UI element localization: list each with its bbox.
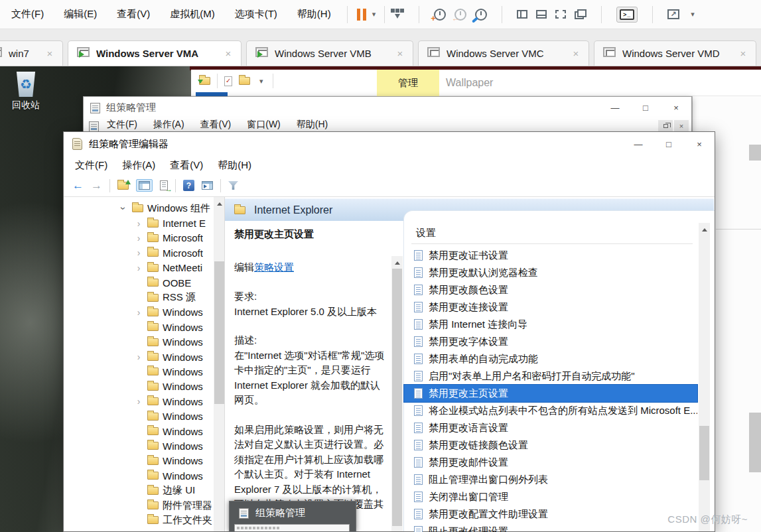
vm-tab[interactable]: Windows Server VMC × — [418, 40, 589, 66]
settings-item[interactable]: 将企业模式站点列表中不包含的所有站点发送到 Microsoft E... — [404, 402, 697, 419]
quick-access-caret[interactable]: ▾ — [257, 77, 266, 86]
tree-item[interactable]: 附件管理器 — [64, 498, 213, 513]
action-pane-icon[interactable] — [202, 181, 213, 190]
close-button[interactable]: × — [684, 132, 715, 156]
expander-icon[interactable] — [134, 219, 143, 228]
send-ctrl-alt-del-icon[interactable] — [391, 9, 404, 20]
filter-icon[interactable] — [228, 181, 238, 190]
show-thumbnail-bar-icon[interactable] — [536, 10, 547, 19]
maximize-button[interactable]: □ — [630, 97, 661, 119]
host-menu-item[interactable]: 选项卡(T) — [225, 0, 287, 29]
fit-guest-icon[interactable]: ↗ — [667, 9, 679, 19]
tab-close-icon[interactable]: × — [737, 48, 749, 59]
settings-item[interactable]: 禁用更改语言设置 — [404, 419, 697, 436]
settings-item[interactable]: 禁用更改邮件设置 — [404, 454, 697, 471]
expander-icon[interactable] — [134, 248, 143, 257]
tab-close-icon[interactable]: × — [222, 48, 234, 59]
tree-item[interactable]: Windows — [64, 468, 213, 483]
host-menu-item[interactable]: 虚拟机(M) — [160, 0, 225, 29]
tree-item[interactable]: Windows — [64, 305, 213, 320]
policy-settings-link[interactable]: 策略设置 — [254, 261, 294, 273]
settings-item[interactable]: 关闭弹出窗口管理 — [404, 488, 697, 505]
settings-item[interactable]: 禁用更改配置文件助理设置 — [404, 505, 697, 523]
editor-menu-item[interactable]: 操作(A) — [115, 159, 163, 172]
host-menu-item[interactable]: 文件(F) — [1, 0, 54, 29]
settings-item[interactable]: 禁用表单的自动完成功能 — [404, 350, 697, 367]
tree-item[interactable]: Windows — [64, 424, 213, 438]
editor-titlebar[interactable]: 组策略管理编辑器 — □ × — [64, 132, 715, 156]
tree-item[interactable]: Windows — [64, 409, 213, 423]
expander-icon[interactable] — [134, 233, 143, 243]
maximize-button[interactable]: □ — [654, 132, 684, 156]
scrollbar-thumb[interactable] — [392, 269, 402, 526]
scroll-up-icon[interactable] — [214, 197, 225, 208]
settings-item[interactable]: 阻止更改代理设置 — [404, 523, 697, 532]
child-restore-icon[interactable] — [658, 120, 673, 132]
console-view-button[interactable]: >_ — [616, 7, 638, 23]
forward-icon[interactable]: → — [91, 179, 102, 192]
tree-item[interactable]: Windows — [64, 454, 213, 468]
tree-item[interactable]: Windows — [64, 379, 213, 394]
close-button[interactable]: × — [661, 97, 691, 119]
up-one-level-icon[interactable] — [117, 182, 129, 190]
vm-tab[interactable]: Windows Server VMA × — [68, 40, 242, 66]
background-scrollbar-thumb[interactable] — [749, 145, 761, 161]
settings-column-header[interactable]: 设置 — [404, 211, 715, 244]
editor-menu-item[interactable]: 文件(F) — [68, 159, 115, 172]
tree-item[interactable]: Windows — [64, 394, 213, 409]
host-menu-item[interactable]: 帮助(H) — [287, 0, 341, 29]
recycle-bin-shortcut[interactable]: ♻ 回收站 — [7, 72, 45, 111]
help-icon[interactable]: ? — [183, 180, 194, 191]
pause-button[interactable] — [354, 7, 370, 23]
vm-tab[interactable]: Windows Server VMB × — [246, 40, 413, 66]
settings-item[interactable]: 禁用更改证书设置 — [404, 247, 697, 264]
settings-item[interactable]: 禁用更改字体设置 — [404, 333, 697, 350]
tree-item[interactable]: 工作文件夹 — [64, 513, 213, 527]
settings-item[interactable]: 禁用 Internet 连接向导 — [404, 316, 697, 333]
new-folder-icon[interactable] — [239, 77, 250, 85]
tab-close-icon[interactable]: × — [394, 48, 406, 59]
properties-icon[interactable]: ✓ — [224, 76, 232, 86]
tree-item[interactable]: Windows — [64, 438, 213, 453]
host-menu-item[interactable]: 编辑(E) — [54, 0, 107, 29]
tree-item[interactable]: Microsoft — [64, 245, 213, 260]
show-library-icon[interactable] — [517, 10, 527, 19]
settings-item[interactable]: 阻止管理弹出窗口例外列表 — [404, 471, 697, 488]
expander-icon[interactable] — [119, 204, 128, 213]
editor-menu-item[interactable]: 查看(V) — [163, 159, 210, 172]
pause-dropdown-caret[interactable]: ▾ — [370, 10, 379, 19]
tree-item[interactable]: Windows 组件 — [64, 201, 213, 216]
taskbar-preview-tooltip[interactable]: 组策略管理 — [229, 501, 356, 532]
background-scrollbar-thumb[interactable] — [749, 413, 761, 472]
tree-item[interactable]: Windows — [64, 364, 213, 379]
minimize-button[interactable]: — — [623, 132, 654, 156]
revert-snapshot-icon[interactable]: ← — [454, 9, 466, 21]
back-icon[interactable]: ← — [72, 179, 84, 192]
editor-menu-item[interactable]: 帮助(H) — [210, 159, 259, 172]
settings-item[interactable]: 禁用更改颜色设置 — [404, 281, 697, 299]
tree-item[interactable]: Windows — [64, 335, 213, 350]
minimize-button[interactable]: — — [600, 97, 630, 119]
child-close-icon[interactable]: × — [674, 120, 689, 132]
expander-icon[interactable] — [134, 352, 143, 362]
scroll-up-icon[interactable] — [391, 256, 403, 267]
extended-pane-scrollbar[interactable] — [391, 256, 403, 531]
scroll-up-icon[interactable] — [699, 223, 710, 234]
vm-tab[interactable]: Windows Server VMD × — [594, 40, 756, 66]
settings-scrollbar[interactable] — [699, 223, 710, 531]
manage-snapshots-icon[interactable] — [475, 9, 487, 21]
fit-dropdown-caret[interactable]: ▾ — [688, 10, 697, 19]
settings-item[interactable]: 禁用更改连接设置 — [404, 299, 697, 316]
scrollbar-thumb[interactable] — [699, 426, 709, 480]
tree-item[interactable]: OOBE — [64, 275, 213, 290]
settings-item[interactable]: 启用"对表单上用户名和密码打开自动完成功能" — [404, 367, 697, 385]
tab-close-icon[interactable]: × — [570, 48, 582, 59]
settings-item[interactable]: 禁用更改主页设置 — [404, 385, 697, 402]
tree-item[interactable]: 边缘 UI — [64, 483, 213, 498]
console-tree-toggle[interactable] — [136, 179, 153, 192]
tree-item[interactable]: RSS 源 — [64, 290, 213, 304]
ribbon-tab-manage[interactable]: 管理 — [377, 70, 439, 96]
expander-icon[interactable] — [134, 397, 143, 406]
tree-item[interactable]: Windows — [64, 320, 213, 334]
export-list-icon[interactable] — [160, 180, 168, 190]
